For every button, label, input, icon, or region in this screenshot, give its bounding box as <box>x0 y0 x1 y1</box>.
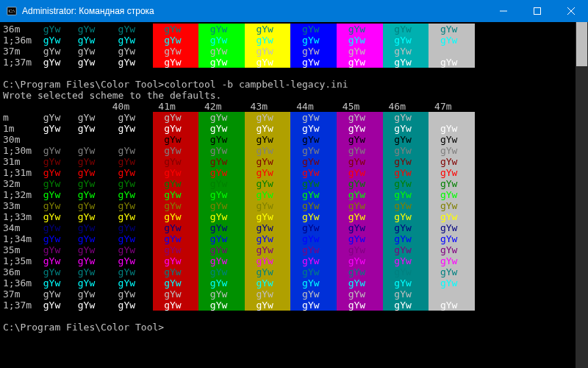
titlebar: C:\ Administrator: Командная строка <box>0 0 588 22</box>
minimize-button[interactable] <box>487 0 520 22</box>
svg-text:C:\: C:\ <box>9 8 15 14</box>
window-controls <box>487 0 588 22</box>
app-icon: C:\ <box>6 5 18 17</box>
window-title: Administrator: Командная строка <box>22 6 487 16</box>
terminal[interactable]: 36m gYw gYw gYw gYw gYw gYw gYw gYw gYw … <box>0 22 588 368</box>
close-button[interactable] <box>554 0 588 22</box>
terminal-output: 36m gYw gYw gYw gYw gYw gYw gYw gYw gYw … <box>0 22 588 333</box>
maximize-button[interactable] <box>520 0 554 22</box>
scrollbar-thumb[interactable] <box>576 22 587 66</box>
scrollbar-track[interactable] <box>576 22 588 368</box>
svg-rect-3 <box>534 8 541 15</box>
